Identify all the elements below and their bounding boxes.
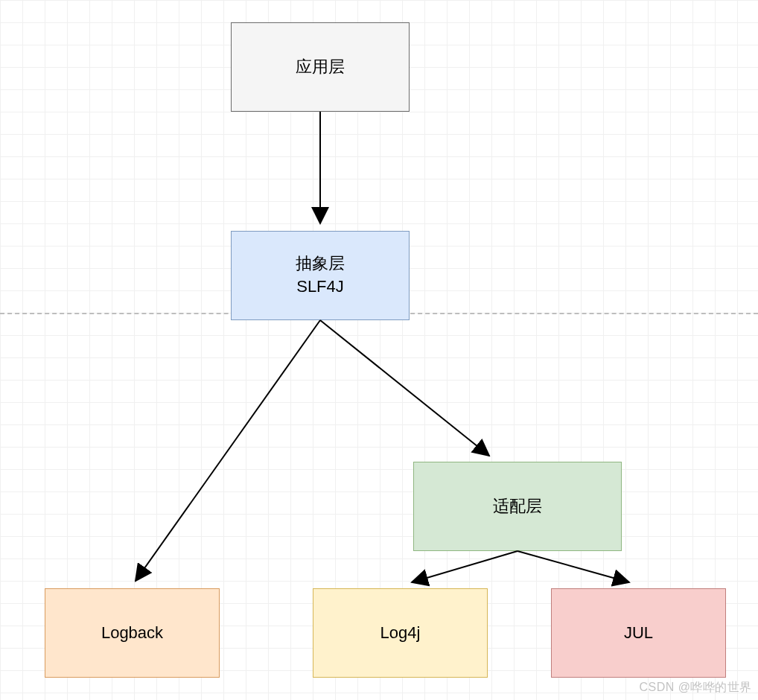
node-label-line2: SLF4J	[296, 276, 345, 299]
node-adapter-layer: 适配层	[413, 462, 622, 551]
node-label: Log4j	[380, 622, 421, 645]
node-label: Logback	[101, 622, 163, 645]
watermark: CSDN @哗哗的世界	[639, 680, 752, 696]
node-log4j: Log4j	[313, 588, 488, 678]
node-label: 应用层	[296, 56, 345, 79]
node-label: 适配层	[493, 495, 542, 518]
node-application-layer: 应用层	[231, 22, 410, 112]
node-jul: JUL	[551, 588, 726, 678]
node-abstract-layer: 抽象层 SLF4J	[231, 231, 410, 320]
node-label: JUL	[624, 622, 653, 645]
node-label-line1: 抽象层	[296, 252, 345, 276]
node-logback: Logback	[45, 588, 220, 678]
